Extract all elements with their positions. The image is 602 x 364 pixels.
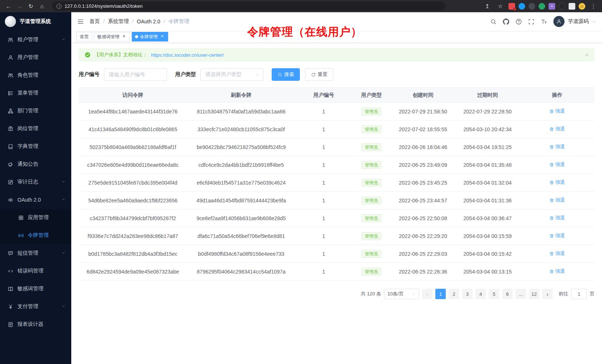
- action-cell: 强退: [520, 227, 595, 245]
- back-icon[interactable]: ←: [4, 0, 13, 12]
- page-size-value: 10条/页: [387, 291, 404, 297]
- sidebar-item-sms[interactable]: 短信管理: [0, 244, 71, 262]
- table-row: f9336e7c7dd242a283ee98dc86b17a87dfa6c71a…: [79, 227, 595, 245]
- force-logout-button[interactable]: 强退: [549, 126, 565, 132]
- force-logout-button[interactable]: 强退: [549, 143, 565, 150]
- sidebar-item-tenant[interactable]: 租户管理: [0, 31, 71, 49]
- expire-time-cell: 2054-03-04 00:36:47: [455, 209, 520, 227]
- extensions-puzzle-icon[interactable]: +: [549, 3, 555, 10]
- main-area: 首页/系统管理/OAuth 2.0/令牌管理 芋道源码 首页敏感词管理×令牌管理…: [71, 12, 602, 364]
- next-page-button[interactable]: ›: [542, 289, 553, 299]
- user-id-label: 用户编号: [79, 71, 99, 78]
- force-logout-button[interactable]: 强退: [549, 179, 565, 186]
- sidebar-item-token[interactable]: 令牌管理: [0, 226, 71, 244]
- tab-2[interactable]: 令牌管理×: [132, 32, 168, 42]
- force-logout-button[interactable]: 强退: [549, 215, 565, 221]
- tab-0[interactable]: 首页: [76, 32, 92, 42]
- share-icon[interactable]: ↥: [482, 0, 492, 12]
- bookmark-star-icon[interactable]: ☆: [495, 0, 505, 12]
- page-size-select[interactable]: 10条/页: [384, 289, 419, 299]
- expire-time-cell: 2054-03-04 01:32:04: [455, 174, 520, 192]
- sidebar-item-app[interactable]: 应用管理: [0, 209, 71, 226]
- page-button-12[interactable]: 12: [529, 289, 539, 299]
- breadcrumb-item[interactable]: 令牌管理: [169, 18, 189, 25]
- sidebar-item-label: 敏感词管理: [17, 285, 43, 292]
- user-id-input[interactable]: [104, 68, 167, 81]
- force-logout-button[interactable]: 强退: [549, 197, 565, 203]
- sidebar-item-oauth[interactable]: OAuth 2.0: [0, 191, 71, 209]
- page-button-4[interactable]: 4: [475, 289, 486, 299]
- force-logout-button[interactable]: 强退: [549, 108, 565, 115]
- page-button-ellipsis[interactable]: ...: [516, 289, 526, 299]
- reset-button[interactable]: 重置: [305, 68, 333, 81]
- alert-close-icon[interactable]: ×: [585, 52, 589, 58]
- forward-icon[interactable]: →: [15, 0, 24, 12]
- page-button-2[interactable]: 2: [449, 289, 459, 299]
- fullscreen-icon[interactable]: [528, 19, 534, 25]
- header-search-icon[interactable]: [490, 19, 497, 25]
- font-size-icon[interactable]: [541, 19, 547, 25]
- force-logout-button[interactable]: 强退: [549, 161, 565, 168]
- close-tab-icon[interactable]: ×: [121, 34, 127, 39]
- force-logout-label: 强退: [555, 215, 565, 221]
- user-type-select[interactable]: 请选择用户类型: [200, 68, 264, 81]
- sidebar-item-label: 租户管理: [17, 36, 38, 43]
- logo[interactable]: 芋道管理系统: [0, 12, 71, 31]
- page-button-3[interactable]: 3: [462, 289, 472, 299]
- sidebar-item-sensitive[interactable]: 敏感词管理: [0, 280, 71, 298]
- user-type-tag: 管理员: [361, 161, 382, 169]
- reload-icon[interactable]: ↻: [26, 0, 36, 12]
- extension-dark2-icon[interactable]: [559, 3, 565, 10]
- user-type-tag: 管理员: [361, 179, 382, 187]
- sidebar-item-label: 应用管理: [28, 214, 49, 221]
- extension-dark-icon[interactable]: [529, 3, 535, 10]
- close-tab-icon[interactable]: ×: [160, 34, 165, 39]
- doc-link[interactable]: https://doc.iocoder.cn/user-center/: [151, 52, 224, 58]
- force-logout-label: 强退: [555, 268, 565, 275]
- sidebar-item-dept[interactable]: 部门管理: [0, 102, 71, 120]
- pagination-total: 共 120 条: [361, 291, 381, 297]
- sidebar-item-menu[interactable]: 菜单管理: [0, 84, 71, 102]
- sidebar-item-report[interactable]: 报表设计器: [0, 315, 71, 333]
- force-logout-button[interactable]: 强退: [549, 268, 565, 275]
- profile-avatar-icon[interactable]: ☺: [579, 3, 585, 10]
- url-bar[interactable]: i 127.0.0.1:1024/system/oauth2/token: [52, 1, 445, 11]
- sidebar-item-errcode[interactable]: 错误码管理: [0, 262, 71, 280]
- sidebar-item-label: 角色管理: [17, 72, 38, 79]
- page-button-1[interactable]: 1: [435, 289, 446, 299]
- user-name[interactable]: 芋道源码: [568, 18, 589, 25]
- extension-red-icon[interactable]: [508, 3, 515, 10]
- sidebar-item-dict[interactable]: 字典管理: [0, 138, 71, 155]
- sidebar-item-user[interactable]: 用户管理: [0, 49, 71, 66]
- sidebar-item-pay[interactable]: 支付管理: [0, 298, 71, 315]
- side-panel-icon[interactable]: [569, 3, 575, 10]
- help-icon[interactable]: [516, 19, 522, 25]
- site-info-icon[interactable]: i: [56, 4, 62, 9]
- force-logout-button[interactable]: 强退: [549, 232, 565, 239]
- user-type-tag: 管理员: [361, 196, 382, 205]
- search-button[interactable]: 搜索: [272, 68, 300, 81]
- sidebar-item-notice[interactable]: 通知公告: [0, 155, 71, 173]
- tab-1[interactable]: 敏感词管理×: [94, 32, 130, 42]
- github-icon[interactable]: [503, 19, 509, 25]
- user-avatar[interactable]: [553, 16, 565, 27]
- extension-blue-icon[interactable]: [518, 3, 525, 10]
- sidebar-item-log[interactable]: 审计日志: [0, 173, 71, 191]
- user-type-cell: 管理员: [352, 138, 391, 156]
- page-button-6[interactable]: 6: [502, 289, 513, 299]
- breadcrumb-item[interactable]: 首页: [89, 18, 100, 25]
- breadcrumb-item[interactable]: 系统管理: [108, 18, 129, 25]
- prev-page-button[interactable]: ‹: [422, 289, 432, 299]
- sidebar-item-role[interactable]: 角色管理: [0, 66, 71, 84]
- sidebar-item-post[interactable]: 岗位管理: [0, 120, 71, 138]
- extension-green-icon[interactable]: [539, 3, 545, 10]
- collapse-sidebar-icon[interactable]: [77, 18, 84, 25]
- force-logout-button[interactable]: 强退: [549, 250, 565, 257]
- browser-menu-icon[interactable]: ⋮: [589, 0, 598, 12]
- breadcrumb-item[interactable]: OAuth 2.0: [137, 19, 160, 24]
- home-icon[interactable]: ⌂: [37, 0, 47, 12]
- tab-label: 敏感词管理: [97, 34, 120, 40]
- goto-page-input[interactable]: [571, 289, 587, 299]
- page-button-5[interactable]: 5: [489, 289, 499, 299]
- user-menu-caret-icon[interactable]: [592, 20, 596, 24]
